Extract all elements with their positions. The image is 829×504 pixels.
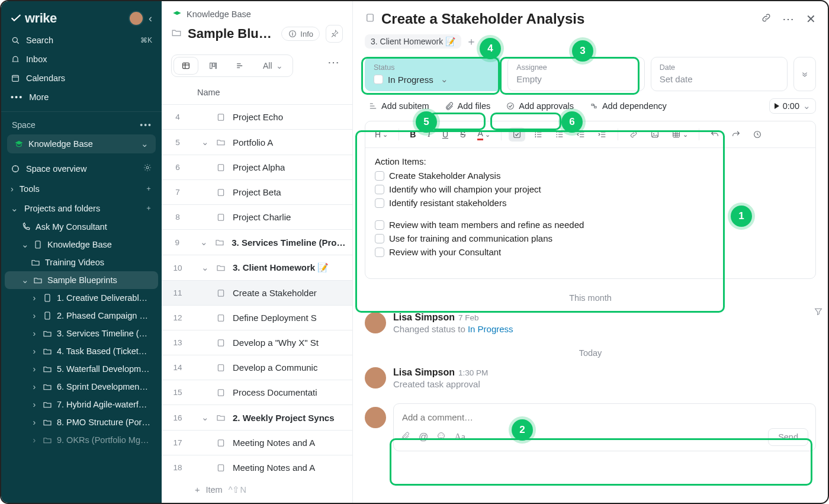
- list-row[interactable]: 12Define Deployment S: [162, 306, 352, 330]
- tb-undo[interactable]: [706, 127, 723, 142]
- checkbox-icon[interactable]: [375, 220, 384, 230]
- checklist-item[interactable]: Identify who will champion your project: [375, 182, 806, 196]
- list-row[interactable]: 13Develop a "Why X" St: [162, 330, 352, 355]
- list-row[interactable]: 15Process Documentati: [162, 380, 352, 405]
- tb-outdent[interactable]: [573, 127, 589, 142]
- activity-filter-icon[interactable]: [814, 307, 823, 319]
- tb-checklist[interactable]: [509, 127, 525, 142]
- list-row[interactable]: 10⌄3. Client Homework 📝: [162, 255, 352, 281]
- tree-item[interactable]: ›2. Phased Campaign …: [5, 307, 158, 325]
- tb-ol[interactable]: [530, 127, 547, 142]
- tree-item[interactable]: ›8. PMO Structure (Por…: [5, 413, 158, 431]
- task-title[interactable]: Create a Stakeholder Analysis: [381, 11, 584, 27]
- tree-item[interactable]: ›6. Sprint Developmen…: [5, 378, 158, 396]
- info-pill[interactable]: Info: [281, 27, 320, 41]
- add-tag-button[interactable]: ＋: [466, 34, 477, 49]
- list-row[interactable]: 11Create a Stakeholder: [162, 281, 352, 306]
- avatar[interactable]: [128, 11, 144, 26]
- field-date[interactable]: Date Set date: [651, 57, 788, 91]
- tb-strike[interactable]: S: [457, 127, 469, 142]
- tb-indent[interactable]: [594, 127, 610, 142]
- tree-training-videos[interactable]: Training Videos: [5, 253, 158, 271]
- checkbox-icon[interactable]: [375, 171, 384, 181]
- projects-folders-header[interactable]: ⌄ Projects and folders ＋: [1, 198, 162, 218]
- action-add-files[interactable]: Add files: [441, 99, 494, 113]
- attach-icon[interactable]: [401, 431, 410, 443]
- field-assignee[interactable]: Assignee Empty: [507, 57, 644, 91]
- list-row[interactable]: 9⌄3. Services Timeline (Profes: [162, 230, 352, 255]
- tree-sample-blueprints[interactable]: ⌄ Sample Blueprints: [5, 271, 158, 289]
- event-link[interactable]: In Progress: [468, 324, 513, 334]
- tb-redo[interactable]: [728, 127, 744, 142]
- space-overview[interactable]: Space overview: [1, 158, 162, 179]
- checklist-item[interactable]: Review with team members and refine as n…: [375, 218, 806, 232]
- parent-tag[interactable]: 3. Client Homework 📝: [365, 34, 461, 49]
- space-selector[interactable]: Knowledge Base ⌄: [7, 134, 156, 153]
- wrike-logo[interactable]: wrike: [11, 11, 57, 26]
- send-button[interactable]: Send: [768, 428, 808, 446]
- tree-knowledge-base[interactable]: ⌄ Knowledge Base: [5, 236, 158, 253]
- tb-table[interactable]: ⌄: [668, 127, 692, 142]
- checklist-item[interactable]: Review with your Consultant: [375, 245, 806, 259]
- list-row[interactable]: 4Project Echo: [162, 105, 352, 130]
- checklist-item[interactable]: Use for training and communication plans: [375, 232, 806, 245]
- list-row[interactable]: 16⌄2. Weekly Project Syncs: [162, 405, 352, 431]
- tree-item[interactable]: ›9. OKRs (Portfolio Mg…: [5, 431, 158, 449]
- permalink-icon[interactable]: [761, 12, 772, 25]
- list-row[interactable]: 18Meeting Notes and A: [162, 455, 352, 479]
- checklist-item[interactable]: Create Stakeholder Analysis: [375, 169, 806, 182]
- list-more-icon[interactable]: ⋯: [327, 55, 340, 69]
- list-row[interactable]: 17Meeting Notes and A: [162, 431, 352, 455]
- tab-gantt[interactable]: [229, 57, 252, 74]
- tree-item[interactable]: ›7. Hybrid Agile-waterf…: [5, 396, 158, 413]
- more-icon[interactable]: ⋯: [782, 12, 795, 26]
- tree-item[interactable]: ›3. Services Timeline (…: [5, 325, 158, 342]
- action-add-subitem[interactable]: Add subitem: [365, 99, 433, 113]
- checkbox-icon[interactable]: [375, 185, 384, 194]
- list-row[interactable]: 6Project Alpha: [162, 155, 352, 180]
- gear-icon[interactable]: [143, 163, 152, 174]
- timer-button[interactable]: 0:00⌄: [769, 98, 816, 114]
- plus-icon[interactable]: ＋: [145, 184, 152, 194]
- tb-textcolor[interactable]: A ⌄: [474, 126, 493, 143]
- nav-more[interactable]: ••• More: [1, 88, 162, 107]
- emoji-icon[interactable]: [436, 431, 446, 443]
- tree-ask-consultant[interactable]: Ask My Consultant: [5, 218, 158, 236]
- tb-link[interactable]: [625, 127, 642, 142]
- tb-italic[interactable]: I: [424, 127, 434, 142]
- checklist-item[interactable]: Identify resistant stakeholders: [375, 196, 806, 210]
- list-row[interactable]: 14Develop a Communic: [162, 355, 352, 380]
- action-add-approvals[interactable]: Add approvals: [502, 99, 577, 113]
- tb-heading[interactable]: H ⌄: [371, 127, 391, 142]
- description-editor[interactable]: Action Items: Create Stakeholder Analysi…: [365, 148, 815, 278]
- tb-image[interactable]: [647, 127, 663, 142]
- space-tools[interactable]: › Tools ＋: [1, 179, 162, 198]
- nav-inbox[interactable]: Inbox: [1, 50, 162, 69]
- tree-item[interactable]: ›5. Waterfall Developm…: [5, 360, 158, 378]
- close-icon[interactable]: ✕: [806, 12, 816, 26]
- add-item-footer[interactable]: + Item ^⇧N: [162, 479, 352, 503]
- tb-bold[interactable]: B: [406, 127, 419, 142]
- mention-icon[interactable]: @: [419, 432, 428, 442]
- collapse-sidebar-icon[interactable]: ‹: [149, 12, 152, 25]
- tb-ul[interactable]: [551, 127, 568, 142]
- breadcrumb[interactable]: Knowledge Base: [171, 7, 343, 25]
- nav-calendars[interactable]: Calendars: [1, 69, 162, 88]
- tree-item[interactable]: ›4. Task Based (Ticket…: [5, 342, 158, 360]
- tab-table[interactable]: [174, 57, 198, 74]
- action-add-dependency[interactable]: Add dependency: [586, 99, 670, 113]
- comment-box[interactable]: @ Aa Send: [393, 403, 816, 451]
- expand-fields-button[interactable]: [793, 57, 816, 91]
- comment-input[interactable]: [401, 410, 808, 428]
- space-menu-icon[interactable]: •••: [140, 120, 152, 130]
- tree-item[interactable]: ›1. Creative Deliverabl…: [5, 289, 158, 307]
- checkbox-icon[interactable]: [375, 198, 384, 208]
- checkbox-icon[interactable]: [375, 248, 384, 257]
- tb-underline[interactable]: U: [439, 127, 452, 142]
- list-row[interactable]: 8Project Charlie: [162, 205, 352, 230]
- format-icon[interactable]: Aa: [454, 432, 465, 442]
- tab-board[interactable]: [201, 57, 225, 74]
- plus-icon[interactable]: ＋: [145, 203, 152, 213]
- nav-search[interactable]: Search ⌘K: [1, 31, 162, 50]
- tb-history[interactable]: [749, 127, 766, 142]
